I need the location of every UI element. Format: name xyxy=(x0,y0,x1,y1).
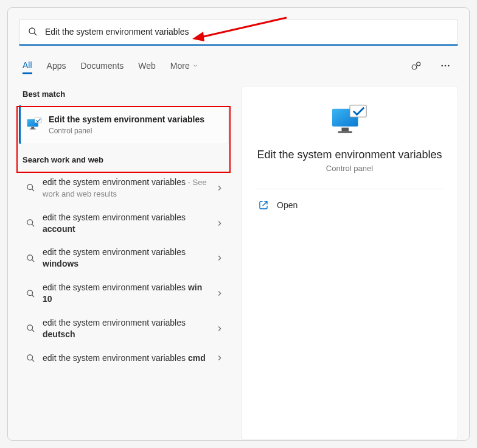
monitor-check-icon-large xyxy=(331,103,369,138)
search-bar[interactable] xyxy=(19,19,458,44)
best-match-title: Edit the system environment variables xyxy=(49,114,204,125)
chevron-right-icon xyxy=(215,254,224,262)
open-external-icon xyxy=(259,200,268,210)
search-icon xyxy=(26,219,35,228)
chevron-right-icon xyxy=(215,354,224,362)
svg-point-5 xyxy=(445,65,447,67)
open-label: Open xyxy=(277,200,298,210)
search-icon xyxy=(26,324,35,333)
svg-line-13 xyxy=(32,189,35,192)
best-match-subtitle: Control panel xyxy=(49,127,204,135)
svg-point-0 xyxy=(29,28,35,33)
svg-line-17 xyxy=(32,259,35,262)
suggestion-text: edit the system environment variables wi… xyxy=(43,247,208,270)
svg-point-3 xyxy=(417,62,420,66)
search-icon xyxy=(28,27,38,37)
svg-point-4 xyxy=(441,65,443,67)
tab-apps[interactable]: Apps xyxy=(47,58,66,73)
svg-point-16 xyxy=(27,255,33,261)
suggestion-text: edit the system environment variables cm… xyxy=(43,352,208,364)
ellipsis-icon xyxy=(440,60,451,71)
suggestion-item[interactable]: edit the system environment variables - … xyxy=(19,170,229,206)
filter-tabs: All Apps Documents Web More xyxy=(19,53,458,75)
svg-line-19 xyxy=(32,295,35,297)
suggestion-item[interactable]: edit the system environment variables de… xyxy=(19,311,229,346)
tab-all[interactable]: All xyxy=(23,58,32,74)
work-profile-icon xyxy=(411,60,422,71)
chevron-down-icon xyxy=(192,63,198,69)
suggestion-text: edit the system environment variables wi… xyxy=(43,282,208,305)
tab-web[interactable]: Web xyxy=(138,58,156,73)
suggestion-item[interactable]: edit the system environment variables cm… xyxy=(19,346,229,370)
svg-rect-27 xyxy=(350,105,366,117)
tab-more-label: More xyxy=(170,61,190,71)
detail-title: Edit the system environment variables xyxy=(257,149,442,161)
suggestion-list: edit the system environment variables - … xyxy=(19,170,229,370)
suggestion-text: edit the system environment variables ac… xyxy=(43,212,208,235)
search-input[interactable] xyxy=(45,27,449,37)
svg-point-22 xyxy=(27,355,33,360)
svg-point-20 xyxy=(27,325,33,331)
tab-documents[interactable]: Documents xyxy=(80,58,124,73)
chevron-right-icon xyxy=(215,289,224,298)
detail-subtitle: Control panel xyxy=(326,164,373,173)
svg-rect-25 xyxy=(341,128,349,131)
best-match-result[interactable]: Edit the system environment variables Co… xyxy=(19,105,229,144)
chevron-right-icon xyxy=(215,324,224,333)
svg-point-18 xyxy=(27,290,33,296)
svg-rect-26 xyxy=(338,131,352,133)
search-icon xyxy=(26,183,35,192)
suggestion-item[interactable]: edit the system environment variables ac… xyxy=(19,206,229,241)
svg-line-15 xyxy=(32,225,35,227)
work-profile-button[interactable] xyxy=(407,57,425,75)
detail-panel: Edit the system environment variables Co… xyxy=(241,86,458,440)
suggestion-item[interactable]: edit the system environment variables wi… xyxy=(19,276,229,311)
svg-line-1 xyxy=(34,33,37,35)
open-action[interactable]: Open xyxy=(256,189,443,221)
more-options-button[interactable] xyxy=(436,57,454,75)
svg-rect-9 xyxy=(31,127,34,128)
chevron-right-icon xyxy=(215,219,224,228)
suggestion-text: edit the system environment variables de… xyxy=(43,317,208,340)
search-icon xyxy=(26,289,35,298)
search-window: All Apps Documents Web More Best match xyxy=(7,7,470,441)
svg-line-21 xyxy=(32,330,35,332)
svg-point-12 xyxy=(27,184,33,190)
monitor-check-icon xyxy=(27,117,43,131)
results-column: Best match Edit the system environment v… xyxy=(19,86,229,440)
svg-rect-10 xyxy=(30,129,36,130)
svg-rect-11 xyxy=(35,118,41,123)
search-focus-underline xyxy=(19,44,458,46)
search-work-web-label: Search work and web xyxy=(23,155,229,164)
svg-point-14 xyxy=(27,220,33,225)
suggestion-text: edit the system environment variables - … xyxy=(43,177,208,200)
svg-point-2 xyxy=(412,65,417,70)
tab-more[interactable]: More xyxy=(170,58,198,73)
svg-line-23 xyxy=(32,359,35,362)
suggestion-item[interactable]: edit the system environment variables wi… xyxy=(19,240,229,276)
search-icon xyxy=(26,254,35,263)
svg-point-6 xyxy=(448,65,450,67)
best-match-label: Best match xyxy=(23,89,229,99)
search-icon xyxy=(26,354,35,363)
chevron-right-icon xyxy=(215,184,224,192)
